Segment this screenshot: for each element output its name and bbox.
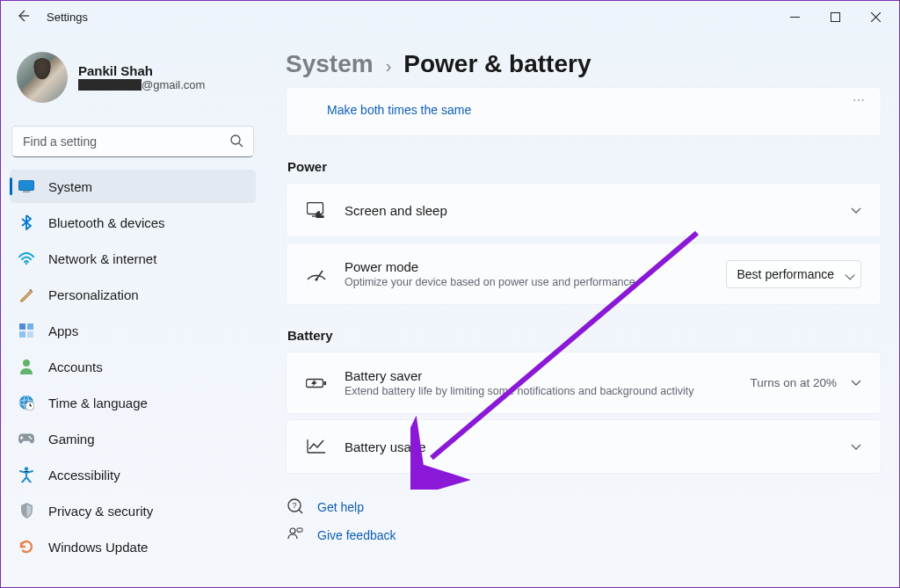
email-suffix: @gmail.com [142, 78, 205, 91]
time-language-icon [18, 395, 34, 410]
sidebar-item-personalization[interactable]: Personalization [10, 278, 256, 311]
search-input[interactable] [11, 126, 254, 157]
svg-rect-5 [19, 323, 25, 330]
svg-rect-17 [308, 203, 323, 214]
system-icon [18, 178, 34, 194]
sidebar-item-gaming[interactable]: Gaming [10, 422, 256, 455]
sidebar-item-label: System [48, 179, 92, 194]
svg-rect-24 [297, 528, 302, 532]
feedback-icon [287, 526, 305, 544]
link-give-feedback[interactable]: Give feedback [286, 521, 882, 549]
sidebar-item-label: Apps [48, 323, 78, 338]
back-arrow-icon [16, 9, 30, 23]
more-icon[interactable]: ⋯ [853, 93, 867, 107]
chevron-right-icon: › [386, 56, 392, 76]
svg-point-23 [290, 528, 295, 534]
sidebar-item-label: Windows Update [48, 540, 148, 555]
sidebar-item-windows-update[interactable]: Windows Update [10, 530, 256, 563]
svg-point-16 [25, 467, 28, 470]
sidebar-item-label: Bluetooth & devices [48, 215, 165, 230]
close-button[interactable] [855, 3, 896, 31]
row-screen-and-sleep[interactable]: Screen and sleep [286, 183, 882, 237]
link-label: Give feedback [317, 528, 396, 542]
svg-point-15 [30, 438, 32, 439]
svg-rect-20 [324, 381, 327, 385]
row-battery-usage[interactable]: Battery usage [286, 419, 882, 474]
close-icon [871, 12, 881, 22]
battery-saver-status: Turns on at 20% [750, 376, 837, 389]
svg-rect-8 [27, 331, 33, 338]
sidebar-item-apps[interactable]: Apps [10, 314, 256, 347]
row-title: Power mode [345, 259, 708, 274]
svg-point-18 [315, 278, 317, 280]
titlebar: Settings [1, 1, 899, 33]
breadcrumb-parent[interactable]: System [286, 50, 374, 78]
update-icon [18, 539, 34, 555]
link-label: Get help [317, 500, 364, 514]
chevron-down-icon [851, 376, 861, 389]
sidebar-item-label: Personalization [48, 287, 139, 302]
accessibility-icon [18, 467, 34, 483]
svg-point-9 [23, 359, 30, 367]
breadcrumb: System › Power & battery [286, 50, 882, 78]
apps-icon [18, 323, 34, 338]
search-icon [230, 134, 243, 151]
svg-rect-3 [23, 192, 30, 192]
power-mode-dropdown[interactable]: Best performance [726, 260, 862, 288]
row-title: Screen and sleep [345, 203, 833, 218]
sidebar-item-label: Network & internet [48, 251, 156, 266]
sidebar-item-privacy[interactable]: Privacy & security [10, 494, 256, 527]
sidebar-item-network[interactable]: Network & internet [10, 242, 256, 275]
row-title: Battery saver [345, 368, 732, 383]
svg-point-14 [29, 436, 31, 438]
screen-sleep-icon [306, 200, 327, 221]
svg-point-4 [25, 263, 27, 265]
sidebar-item-system[interactable]: System [10, 170, 256, 203]
page-title: Power & battery [403, 50, 591, 78]
chevron-down-icon [851, 202, 861, 218]
row-power-mode[interactable]: Power mode Optimize your device based on… [286, 243, 882, 305]
sidebar-item-accessibility[interactable]: Accessibility [10, 458, 256, 491]
maximize-button[interactable] [815, 3, 855, 31]
battery-saver-icon [306, 373, 327, 394]
svg-text:?: ? [292, 501, 296, 510]
profile-email: @gmail.com [78, 78, 205, 91]
sidebar: Pankil Shah @gmail.com System Bluetooth … [1, 33, 265, 587]
sidebar-item-label: Accounts [48, 359, 103, 374]
window-title: Settings [47, 11, 88, 24]
svg-point-1 [231, 135, 240, 144]
back-button[interactable] [13, 9, 33, 25]
svg-rect-6 [27, 323, 33, 330]
battery-usage-icon [306, 436, 327, 457]
minimize-button[interactable] [774, 3, 815, 31]
sidebar-item-label: Time & language [48, 396, 148, 410]
profile-name: Pankil Shah [78, 63, 205, 78]
sidebar-item-accounts[interactable]: Accounts [10, 350, 256, 383]
accounts-icon [18, 359, 34, 374]
row-battery-saver[interactable]: Battery saver Extend battery life by lim… [286, 352, 882, 414]
wifi-icon [18, 250, 34, 266]
sidebar-nav: System Bluetooth & devices Network & int… [10, 170, 256, 563]
privacy-icon [18, 503, 34, 519]
maximize-icon [831, 12, 840, 22]
row-title: Battery usage [345, 439, 833, 454]
link-get-help[interactable]: ? Get help [286, 493, 882, 521]
email-redacted [78, 79, 142, 91]
main-content: System › Power & battery Make both times… [265, 33, 899, 587]
bluetooth-icon [18, 214, 34, 230]
get-help-icon: ? [287, 498, 305, 516]
row-desc: Extend battery life by limiting some not… [345, 385, 732, 397]
sidebar-item-label: Accessibility [48, 468, 120, 483]
profile-block[interactable]: Pankil Shah @gmail.com [10, 36, 256, 126]
sidebar-item-time-language[interactable]: Time & language [10, 386, 256, 419]
svg-rect-2 [19, 181, 34, 191]
row-desc: Optimize your device based on power use … [345, 276, 708, 288]
dropdown-selected: Best performance [737, 267, 835, 281]
personalization-icon [18, 287, 34, 302]
section-title-power: Power [287, 159, 882, 174]
sidebar-item-bluetooth[interactable]: Bluetooth & devices [10, 206, 256, 239]
svg-rect-0 [831, 12, 839, 21]
link-make-both-times-same[interactable]: Make both times the same [327, 103, 471, 117]
top-info-card: Make both times the same ⋯ [286, 87, 882, 136]
gaming-icon [18, 431, 34, 446]
